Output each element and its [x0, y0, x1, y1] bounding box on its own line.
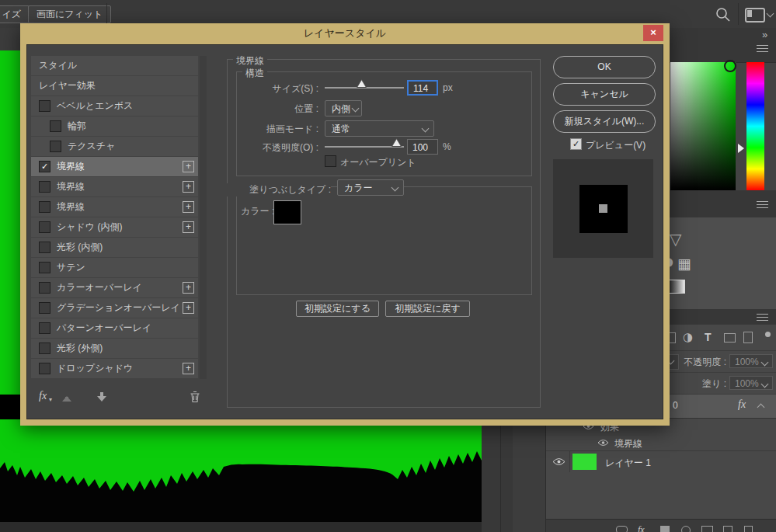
- group-layers-icon[interactable]: [701, 526, 713, 532]
- opacity-input[interactable]: 100: [407, 139, 438, 155]
- blend-mode-dropdown[interactable]: 通常: [325, 120, 434, 137]
- panel-menu-icon[interactable]: [757, 45, 768, 46]
- style-item-checkbox[interactable]: [39, 100, 50, 112]
- new-style-button[interactable]: 新規スタイル(W)...: [553, 110, 656, 133]
- style-list-scrollbar[interactable]: [200, 56, 207, 379]
- style-item-checkbox[interactable]: [39, 201, 50, 213]
- stroke-effect-row[interactable]: 境界線: [546, 434, 776, 451]
- blend-mode-value: 通常: [332, 123, 350, 134]
- eye-icon[interactable]: [597, 439, 609, 447]
- color-saturation-field[interactable]: [670, 62, 736, 190]
- opacity-slider-thumb[interactable]: [391, 138, 402, 147]
- style-item-15[interactable]: ドロップシャドウ+: [31, 359, 198, 378]
- style-item-checkbox[interactable]: [39, 342, 50, 354]
- hue-slider-marker[interactable]: [738, 144, 749, 153]
- opacity-value[interactable]: 100%: [729, 354, 773, 368]
- move-effect-up-button[interactable]: [62, 391, 71, 402]
- add-effect-button[interactable]: +: [183, 363, 194, 374]
- fill-type-dropdown[interactable]: カラー: [337, 179, 404, 196]
- style-item-6[interactable]: 境界線+: [31, 177, 198, 196]
- new-layer-icon[interactable]: [723, 526, 733, 532]
- style-item-checkbox[interactable]: [39, 262, 50, 273]
- hue-slider[interactable]: [746, 62, 764, 190]
- dialog-title[interactable]: レイヤースタイル: [20, 23, 670, 44]
- style-item-checkbox[interactable]: [39, 302, 50, 314]
- fit-screen-button[interactable]: 画面にフィット: [28, 5, 111, 23]
- panel-menu-icon[interactable]: [757, 201, 768, 202]
- style-item-2[interactable]: ベベルとエンボス: [31, 96, 198, 116]
- position-dropdown[interactable]: 内側: [325, 100, 362, 116]
- style-item-4[interactable]: テクスチャ: [31, 137, 198, 156]
- adjustment-filter-icon[interactable]: ◑: [683, 330, 693, 344]
- chevron-down-icon[interactable]: [761, 359, 769, 367]
- style-item-10[interactable]: サテン: [31, 258, 198, 277]
- eye-icon[interactable]: [552, 457, 565, 466]
- layer1-thumbnail[interactable]: [572, 454, 597, 470]
- style-item-1[interactable]: レイヤー効果: [31, 76, 198, 96]
- stroke-color-swatch[interactable]: [273, 200, 301, 224]
- delete-layer-icon[interactable]: [744, 526, 753, 532]
- delete-effect-icon[interactable]: [190, 391, 200, 403]
- reset-default-button[interactable]: 初期設定に戻す: [385, 301, 470, 317]
- add-effect-button[interactable]: +: [183, 221, 194, 233]
- layer-style-icon[interactable]: fx: [638, 524, 645, 532]
- workspace-icon[interactable]: [745, 8, 765, 23]
- style-item-14[interactable]: 光彩 (外側): [31, 339, 198, 358]
- style-item-3[interactable]: 輪郭: [31, 116, 198, 136]
- size-slider[interactable]: [325, 87, 404, 89]
- actual-size-button[interactable]: イズ: [0, 5, 30, 23]
- style-item-11[interactable]: カラーオーバーレイ+: [31, 278, 198, 297]
- collapse-effects-icon[interactable]: [757, 404, 765, 412]
- style-item-5[interactable]: ✓境界線+: [31, 157, 198, 176]
- style-item-checkbox[interactable]: [39, 322, 50, 334]
- adjustment-layer-icon[interactable]: [681, 526, 691, 532]
- add-effect-button[interactable]: +: [183, 181, 194, 193]
- expand-panel-icon[interactable]: »: [762, 29, 767, 40]
- size-slider-thumb[interactable]: [357, 79, 367, 88]
- style-item-checkbox[interactable]: ✓: [39, 161, 50, 172]
- chevron-down-icon[interactable]: [761, 381, 769, 388]
- style-item-8[interactable]: シャドウ (内側)+: [31, 217, 198, 237]
- triangle-shape-icon[interactable]: ▽: [670, 230, 681, 249]
- search-icon[interactable]: [715, 7, 730, 22]
- move-effect-down-button[interactable]: [97, 391, 106, 402]
- add-effect-button[interactable]: +: [183, 282, 194, 294]
- style-item-checkbox[interactable]: [39, 242, 50, 253]
- filter-toggle-icon[interactable]: [765, 332, 771, 337]
- style-item-checkbox[interactable]: [50, 120, 61, 132]
- add-effect-button[interactable]: +: [183, 161, 194, 172]
- shape-filter-icon[interactable]: [724, 333, 736, 342]
- style-item-0[interactable]: スタイル: [31, 56, 198, 75]
- style-item-checkbox[interactable]: [39, 221, 50, 233]
- fx-badge[interactable]: fx: [738, 398, 746, 411]
- style-item-13[interactable]: パターンオーバーレイ: [31, 318, 198, 338]
- fill-value[interactable]: 100%: [729, 376, 773, 390]
- style-item-checkbox[interactable]: [39, 363, 50, 374]
- close-icon[interactable]: ×: [643, 25, 663, 41]
- smartobject-filter-icon[interactable]: [743, 332, 753, 343]
- color-field-marker[interactable]: [724, 60, 736, 72]
- panel-menu-icon[interactable]: [757, 314, 768, 315]
- add-effect-button[interactable]: +: [183, 302, 194, 314]
- cancel-button[interactable]: キャンセル: [553, 83, 656, 106]
- make-default-button[interactable]: 初期設定にする: [296, 301, 379, 317]
- chevron-down-icon[interactable]: [767, 10, 774, 18]
- style-item-7[interactable]: 境界線+: [31, 197, 198, 217]
- style-item-checkbox[interactable]: [39, 282, 50, 294]
- opacity-slider[interactable]: [325, 146, 404, 148]
- link-layers-icon[interactable]: [616, 526, 628, 532]
- style-item-checkbox[interactable]: [50, 141, 61, 152]
- add-effect-button[interactable]: +: [183, 201, 194, 213]
- grid-pattern-icon[interactable]: ▦: [677, 255, 691, 272]
- type-filter-icon[interactable]: T: [705, 331, 712, 343]
- style-item-checkbox[interactable]: [39, 181, 50, 193]
- style-item-12[interactable]: グラデーションオーバーレイ+: [31, 298, 198, 318]
- fx-menu-button[interactable]: fx: [39, 390, 47, 402]
- overprint-checkbox[interactable]: [325, 155, 336, 167]
- ok-button[interactable]: OK: [553, 56, 656, 78]
- style-item-9[interactable]: 光彩 (内側): [31, 238, 198, 257]
- layer1-row[interactable]: レイヤー 1: [546, 450, 776, 474]
- layer-mask-icon[interactable]: [660, 526, 670, 532]
- size-input[interactable]: 114: [407, 80, 438, 96]
- preview-checkbox[interactable]: ✓: [570, 138, 582, 150]
